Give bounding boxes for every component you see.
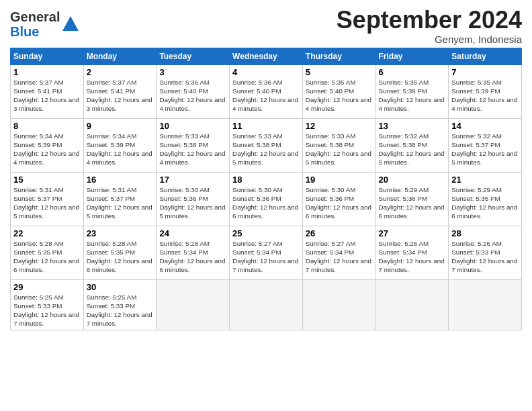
day-number: 2	[87, 67, 154, 77]
day-info: Sunrise: 5:28 AMSunset: 5:35 PMDaylight:…	[13, 240, 79, 274]
day-number: 6	[379, 67, 446, 77]
day-info: Sunrise: 5:37 AMSunset: 5:41 PMDaylight:…	[13, 79, 79, 113]
table-row: 7 Sunrise: 5:35 AMSunset: 5:39 PMDayligh…	[449, 64, 522, 118]
day-info: Sunrise: 5:28 AMSunset: 5:35 PMDaylight:…	[87, 240, 152, 274]
table-row: 9 Sunrise: 5:34 AMSunset: 5:39 PMDayligh…	[83, 118, 157, 172]
day-info: Sunrise: 5:25 AMSunset: 5:33 PMDaylight:…	[13, 293, 79, 328]
table-row: 5 Sunrise: 5:35 AMSunset: 5:40 PMDayligh…	[302, 64, 375, 118]
day-info: Sunrise: 5:27 AMSunset: 5:34 PMDaylight:…	[306, 240, 371, 274]
table-row: 11 Sunrise: 5:33 AMSunset: 5:38 PMDaylig…	[230, 118, 303, 172]
day-info: Sunrise: 5:33 AMSunset: 5:38 PMDaylight:…	[159, 132, 225, 167]
day-number: 18	[232, 175, 300, 185]
table-row: 30 Sunrise: 5:25 AMSunset: 5:33 PMDaylig…	[83, 279, 157, 330]
table-row: 29 Sunrise: 5:25 AMSunset: 5:33 PMDaylig…	[11, 279, 84, 330]
day-number: 9	[87, 121, 154, 131]
day-info: Sunrise: 5:29 AMSunset: 5:36 PMDaylight:…	[379, 186, 445, 220]
day-number: 28	[451, 228, 519, 238]
table-row: 1 Sunrise: 5:37 AMSunset: 5:41 PMDayligh…	[11, 64, 84, 118]
day-number: 12	[306, 121, 373, 131]
day-number: 23	[87, 228, 154, 238]
day-info: Sunrise: 5:26 AMSunset: 5:33 PMDaylight:…	[451, 240, 517, 274]
title-block: September 2024 Genyem, Indonesia	[337, 7, 522, 45]
day-info: Sunrise: 5:36 AMSunset: 5:40 PMDaylight:…	[159, 79, 225, 113]
col-sunday: Sunday	[11, 48, 84, 64]
day-number: 11	[232, 121, 300, 131]
col-friday: Friday	[375, 48, 449, 64]
table-row: 18 Sunrise: 5:30 AMSunset: 5:36 PMDaylig…	[230, 172, 303, 226]
table-row	[375, 279, 449, 330]
day-info: Sunrise: 5:35 AMSunset: 5:39 PMDaylight:…	[379, 79, 445, 113]
day-number: 25	[232, 228, 300, 238]
day-number: 8	[13, 121, 81, 131]
day-number: 10	[159, 121, 226, 131]
logo-general: General	[10, 9, 60, 24]
col-tuesday: Tuesday	[157, 48, 230, 64]
col-thursday: Thursday	[302, 48, 375, 64]
table-row: 25 Sunrise: 5:27 AMSunset: 5:34 PMDaylig…	[230, 226, 303, 279]
location: Genyem, Indonesia	[337, 34, 522, 45]
table-row: 23 Sunrise: 5:28 AMSunset: 5:35 PMDaylig…	[83, 226, 157, 279]
day-number: 26	[306, 228, 373, 238]
day-info: Sunrise: 5:30 AMSunset: 5:36 PMDaylight:…	[306, 186, 371, 220]
day-info: Sunrise: 5:33 AMSunset: 5:38 PMDaylight:…	[306, 132, 371, 167]
day-number: 17	[159, 175, 226, 185]
day-info: Sunrise: 5:29 AMSunset: 5:35 PMDaylight:…	[451, 186, 517, 220]
day-number: 15	[13, 175, 81, 185]
day-info: Sunrise: 5:31 AMSunset: 5:37 PMDaylight:…	[13, 186, 79, 220]
day-number: 30	[87, 282, 154, 292]
day-number: 16	[87, 175, 154, 185]
table-row	[157, 279, 230, 330]
day-number: 4	[232, 67, 300, 77]
day-info: Sunrise: 5:27 AMSunset: 5:34 PMDaylight:…	[232, 240, 298, 274]
day-number: 14	[451, 121, 519, 131]
svg-marker-0	[62, 16, 79, 31]
table-row: 26 Sunrise: 5:27 AMSunset: 5:34 PMDaylig…	[302, 226, 375, 279]
day-number: 20	[379, 175, 446, 185]
table-row: 10 Sunrise: 5:33 AMSunset: 5:38 PMDaylig…	[157, 118, 230, 172]
table-row: 21 Sunrise: 5:29 AMSunset: 5:35 PMDaylig…	[449, 172, 522, 226]
col-monday: Monday	[83, 48, 157, 64]
table-row: 3 Sunrise: 5:36 AMSunset: 5:40 PMDayligh…	[157, 64, 230, 118]
table-row: 24 Sunrise: 5:28 AMSunset: 5:34 PMDaylig…	[157, 226, 230, 279]
day-number: 22	[13, 228, 81, 238]
day-info: Sunrise: 5:25 AMSunset: 5:33 PMDaylight:…	[87, 293, 152, 328]
table-row: 17 Sunrise: 5:30 AMSunset: 5:36 PMDaylig…	[157, 172, 230, 226]
day-number: 5	[306, 67, 373, 77]
day-number: 24	[159, 228, 226, 238]
day-info: Sunrise: 5:31 AMSunset: 5:37 PMDaylight:…	[87, 186, 152, 220]
day-number: 21	[451, 175, 519, 185]
table-row	[449, 279, 522, 330]
day-info: Sunrise: 5:35 AMSunset: 5:39 PMDaylight:…	[451, 79, 517, 113]
table-row: 13 Sunrise: 5:32 AMSunset: 5:38 PMDaylig…	[375, 118, 449, 172]
table-row: 20 Sunrise: 5:29 AMSunset: 5:36 PMDaylig…	[375, 172, 449, 226]
day-number: 1	[13, 67, 81, 77]
table-row: 16 Sunrise: 5:31 AMSunset: 5:37 PMDaylig…	[83, 172, 157, 226]
table-row: 4 Sunrise: 5:36 AMSunset: 5:40 PMDayligh…	[230, 64, 303, 118]
day-info: Sunrise: 5:30 AMSunset: 5:36 PMDaylight:…	[159, 186, 225, 220]
day-info: Sunrise: 5:34 AMSunset: 5:39 PMDaylight:…	[87, 132, 152, 167]
day-info: Sunrise: 5:26 AMSunset: 5:34 PMDaylight:…	[379, 240, 445, 274]
day-info: Sunrise: 5:28 AMSunset: 5:34 PMDaylight:…	[159, 240, 225, 274]
table-row: 6 Sunrise: 5:35 AMSunset: 5:39 PMDayligh…	[375, 64, 449, 118]
calendar-header-row: Sunday Monday Tuesday Wednesday Thursday…	[11, 48, 522, 64]
logo-blue: Blue	[10, 24, 39, 39]
table-row: 12 Sunrise: 5:33 AMSunset: 5:38 PMDaylig…	[302, 118, 375, 172]
day-info: Sunrise: 5:37 AMSunset: 5:41 PMDaylight:…	[87, 79, 152, 113]
col-saturday: Saturday	[449, 48, 522, 64]
logo: General Blue	[10, 9, 80, 39]
day-number: 29	[13, 282, 81, 292]
day-info: Sunrise: 5:34 AMSunset: 5:39 PMDaylight:…	[13, 132, 79, 167]
header: General Blue September 2024 Genyem, Indo…	[10, 7, 522, 45]
day-info: Sunrise: 5:35 AMSunset: 5:40 PMDaylight:…	[306, 79, 371, 113]
day-info: Sunrise: 5:32 AMSunset: 5:37 PMDaylight:…	[451, 132, 517, 167]
table-row: 14 Sunrise: 5:32 AMSunset: 5:37 PMDaylig…	[449, 118, 522, 172]
col-wednesday: Wednesday	[230, 48, 303, 64]
table-row: 2 Sunrise: 5:37 AMSunset: 5:41 PMDayligh…	[83, 64, 157, 118]
day-info: Sunrise: 5:33 AMSunset: 5:38 PMDaylight:…	[232, 132, 298, 167]
day-number: 27	[379, 228, 446, 238]
logo-icon	[61, 15, 80, 34]
table-row: 22 Sunrise: 5:28 AMSunset: 5:35 PMDaylig…	[11, 226, 84, 279]
table-row	[302, 279, 375, 330]
day-info: Sunrise: 5:32 AMSunset: 5:38 PMDaylight:…	[379, 132, 445, 167]
calendar-table: Sunday Monday Tuesday Wednesday Thursday…	[10, 48, 522, 331]
